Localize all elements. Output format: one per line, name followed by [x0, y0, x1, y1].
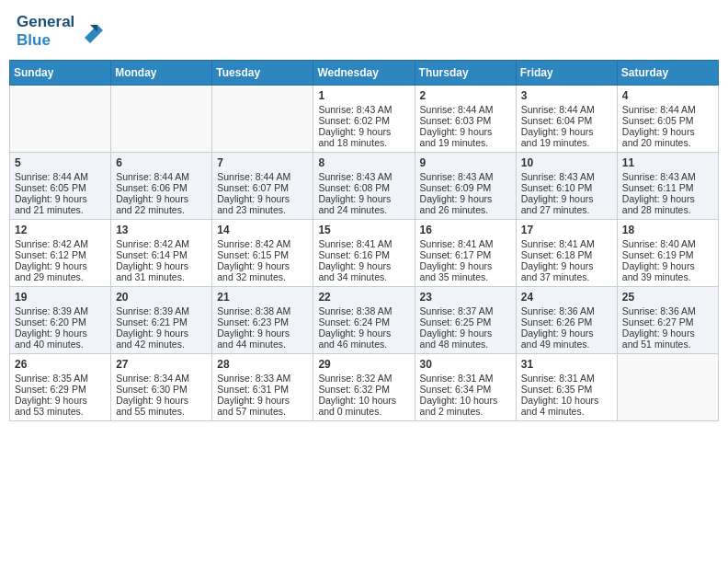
daylight-text: Daylight: 9 hours and 37 minutes.: [521, 260, 612, 282]
calendar-cell: 5Sunrise: 8:44 AMSunset: 6:05 PMDaylight…: [10, 153, 111, 220]
sunrise-text: Sunrise: 8:44 AM: [217, 171, 308, 182]
logo: General Blue: [17, 13, 105, 49]
daylight-text: Daylight: 9 hours and 40 minutes.: [15, 327, 106, 350]
calendar-cell: 7Sunrise: 8:44 AMSunset: 6:07 PMDaylight…: [212, 153, 313, 220]
daylight-text: Daylight: 9 hours and 32 minutes.: [217, 260, 308, 282]
day-number: 13: [116, 224, 207, 236]
sunset-text: Sunset: 6:24 PM: [318, 316, 409, 327]
daylight-text: Daylight: 9 hours and 18 minutes.: [318, 126, 409, 148]
daylight-text: Daylight: 9 hours and 19 minutes.: [521, 126, 612, 148]
day-number: 15: [318, 224, 409, 236]
daylight-text: Daylight: 9 hours and 34 minutes.: [318, 260, 409, 282]
sunset-text: Sunset: 6:11 PM: [622, 182, 713, 193]
sunrise-text: Sunrise: 8:44 AM: [521, 104, 612, 115]
daylight-text: Daylight: 9 hours and 24 minutes.: [318, 193, 409, 215]
sunset-text: Sunset: 6:16 PM: [318, 249, 409, 260]
calendar-week-4: 19Sunrise: 8:39 AMSunset: 6:20 PMDayligh…: [10, 287, 719, 354]
sunrise-text: Sunrise: 8:38 AM: [217, 305, 308, 316]
calendar-cell: 11Sunrise: 8:43 AMSunset: 6:11 PMDayligh…: [617, 153, 718, 220]
day-number: 2: [420, 89, 511, 102]
calendar-cell: 24Sunrise: 8:36 AMSunset: 6:26 PMDayligh…: [516, 287, 617, 354]
daylight-text: Daylight: 9 hours and 35 minutes.: [420, 260, 511, 282]
sunset-text: Sunset: 6:26 PM: [521, 316, 612, 327]
sunrise-text: Sunrise: 8:43 AM: [318, 104, 409, 115]
sunrise-text: Sunrise: 8:44 AM: [116, 171, 207, 182]
day-number: 6: [116, 156, 207, 169]
day-number: 21: [217, 291, 308, 304]
calendar-cell: 25Sunrise: 8:36 AMSunset: 6:27 PMDayligh…: [617, 287, 718, 354]
calendar-cell: 31Sunrise: 8:31 AMSunset: 6:35 PMDayligh…: [516, 354, 617, 421]
day-number: 20: [116, 291, 207, 304]
sunrise-text: Sunrise: 8:39 AM: [15, 305, 106, 316]
day-number: 16: [420, 224, 511, 236]
logo-text-general: General: [17, 13, 74, 31]
sunset-text: Sunset: 6:05 PM: [622, 115, 713, 126]
sunrise-text: Sunrise: 8:41 AM: [318, 238, 409, 249]
sunrise-text: Sunrise: 8:31 AM: [420, 373, 511, 384]
sunset-text: Sunset: 6:32 PM: [318, 384, 409, 395]
calendar-cell: 19Sunrise: 8:39 AMSunset: 6:20 PMDayligh…: [10, 287, 111, 354]
calendar-cell: 23Sunrise: 8:37 AMSunset: 6:25 PMDayligh…: [415, 287, 516, 354]
sunrise-text: Sunrise: 8:34 AM: [116, 373, 207, 384]
daylight-text: Daylight: 9 hours and 28 minutes.: [622, 193, 713, 215]
calendar-cell: 9Sunrise: 8:43 AMSunset: 6:09 PMDaylight…: [415, 153, 516, 220]
header: General Blue: [9, 9, 719, 52]
sunset-text: Sunset: 6:15 PM: [217, 249, 308, 260]
day-number: 4: [622, 89, 713, 102]
daylight-text: Daylight: 9 hours and 26 minutes.: [420, 193, 511, 215]
daylight-text: Daylight: 10 hours and 2 minutes.: [420, 395, 511, 417]
day-number: 28: [217, 358, 308, 371]
sunset-text: Sunset: 6:35 PM: [521, 384, 612, 395]
calendar-header-monday: Monday: [111, 61, 212, 86]
sunset-text: Sunset: 6:07 PM: [217, 182, 308, 193]
calendar-cell: 27Sunrise: 8:34 AMSunset: 6:30 PMDayligh…: [111, 354, 212, 421]
sunset-text: Sunset: 6:27 PM: [622, 316, 713, 327]
daylight-text: Daylight: 9 hours and 53 minutes.: [15, 395, 106, 417]
sunrise-text: Sunrise: 8:42 AM: [15, 238, 106, 249]
sunrise-text: Sunrise: 8:39 AM: [116, 305, 207, 316]
calendar-cell: 28Sunrise: 8:33 AMSunset: 6:31 PMDayligh…: [212, 354, 313, 421]
sunset-text: Sunset: 6:04 PM: [521, 115, 612, 126]
sunrise-text: Sunrise: 8:38 AM: [318, 305, 409, 316]
sunset-text: Sunset: 6:34 PM: [420, 384, 511, 395]
daylight-text: Daylight: 9 hours and 51 minutes.: [622, 327, 713, 350]
daylight-text: Daylight: 9 hours and 48 minutes.: [420, 327, 511, 350]
day-number: 19: [15, 291, 106, 304]
calendar-cell: 3Sunrise: 8:44 AMSunset: 6:04 PMDaylight…: [516, 86, 617, 153]
calendar-table: SundayMondayTuesdayWednesdayThursdayFrid…: [9, 60, 719, 421]
day-number: 3: [521, 89, 612, 102]
daylight-text: Daylight: 9 hours and 31 minutes.: [116, 260, 207, 282]
daylight-text: Daylight: 9 hours and 20 minutes.: [622, 126, 713, 148]
daylight-text: Daylight: 10 hours and 0 minutes.: [318, 395, 409, 417]
sunrise-text: Sunrise: 8:44 AM: [15, 171, 106, 182]
calendar-cell: 18Sunrise: 8:40 AMSunset: 6:19 PMDayligh…: [617, 220, 718, 287]
sunrise-text: Sunrise: 8:43 AM: [622, 171, 713, 182]
calendar-cell: 15Sunrise: 8:41 AMSunset: 6:16 PMDayligh…: [313, 220, 415, 287]
sunset-text: Sunset: 6:29 PM: [15, 384, 106, 395]
calendar-cell: 16Sunrise: 8:41 AMSunset: 6:17 PMDayligh…: [415, 220, 516, 287]
sunrise-text: Sunrise: 8:44 AM: [622, 104, 713, 115]
day-number: 11: [622, 156, 713, 169]
calendar-cell: 26Sunrise: 8:35 AMSunset: 6:29 PMDayligh…: [10, 354, 111, 421]
daylight-text: Daylight: 9 hours and 49 minutes.: [521, 327, 612, 350]
calendar-header-thursday: Thursday: [415, 61, 516, 86]
sunrise-text: Sunrise: 8:43 AM: [521, 171, 612, 182]
sunset-text: Sunset: 6:17 PM: [420, 249, 511, 260]
calendar-header-row: SundayMondayTuesdayWednesdayThursdayFrid…: [10, 61, 719, 86]
sunset-text: Sunset: 6:25 PM: [420, 316, 511, 327]
sunrise-text: Sunrise: 8:43 AM: [420, 171, 511, 182]
calendar-cell: 21Sunrise: 8:38 AMSunset: 6:23 PMDayligh…: [212, 287, 313, 354]
day-number: 27: [116, 358, 207, 371]
calendar-cell: 14Sunrise: 8:42 AMSunset: 6:15 PMDayligh…: [212, 220, 313, 287]
daylight-text: Daylight: 9 hours and 23 minutes.: [217, 193, 308, 215]
calendar-cell: [111, 86, 212, 153]
day-number: 17: [521, 224, 612, 236]
calendar-header-sunday: Sunday: [10, 61, 111, 86]
day-number: 25: [622, 291, 713, 304]
logo-icon: [77, 17, 105, 45]
sunrise-text: Sunrise: 8:35 AM: [15, 373, 106, 384]
calendar-cell: [10, 86, 111, 153]
calendar-cell: 12Sunrise: 8:42 AMSunset: 6:12 PMDayligh…: [10, 220, 111, 287]
calendar-cell: 4Sunrise: 8:44 AMSunset: 6:05 PMDaylight…: [617, 86, 718, 153]
calendar-cell: 6Sunrise: 8:44 AMSunset: 6:06 PMDaylight…: [111, 153, 212, 220]
